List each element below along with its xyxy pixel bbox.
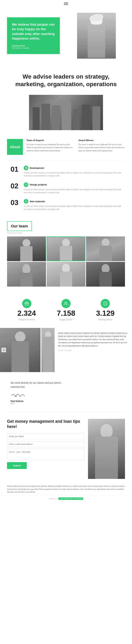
get-money-left: Get money management and loan tips here!… (7, 419, 84, 479)
item-2-content: Design projects Ut enim ad minim veniam,… (24, 182, 122, 194)
team-grid (7, 236, 125, 286)
briefcase-icon (22, 299, 31, 308)
about-content: Team of Experts Our team is ready for an… (26, 139, 125, 152)
stat-label-1: Projects Finished (19, 318, 35, 321)
numbered-section: 01 Development Ut enim ad minim veniam, … (0, 160, 132, 218)
about-green-box: About (7, 139, 23, 155)
get-money-right (88, 419, 125, 479)
number-03: 03 (10, 199, 20, 206)
footer-click-label[interactable]: Click to select the Text Element (59, 498, 83, 500)
email-field[interactable] (7, 441, 84, 447)
stat-number-2: 7.158 (57, 310, 75, 317)
item-3-content: New materials Ut enim ad minim veniam, q… (24, 199, 122, 211)
item-2-icon (24, 182, 28, 187)
team-grid-item-1 (7, 236, 46, 261)
team-grid-item-3 (86, 236, 125, 261)
our-team-section: Our team Image from Freepik (0, 218, 132, 292)
stats-section: 2.324 Projects Finished 7.158 Happy Clie… (0, 292, 132, 328)
item-3-text: Ut enim ad minim veniam, quis nostrud ex… (24, 205, 122, 211)
hero-section: We believe that people can be truly happ… (0, 8, 132, 64)
item-1-title: Development (30, 167, 44, 169)
mission-title: SEO (10, 402, 122, 404)
team-grid-item-5 (47, 262, 85, 286)
testimonial-paragraph: Article evident arrived express highest … (58, 332, 128, 347)
item-2-text: Ut enim ad minim veniam, quis nostrud ex… (24, 188, 122, 194)
advise-heading: We advise leaders on strategy, marketing… (10, 73, 122, 88)
bottom-text: Article evident arrived express highest … (0, 482, 132, 496)
clock-icon (101, 299, 110, 308)
stat-number-3: 3.129 (96, 310, 115, 317)
numbered-item-3: 03 New materials Ut enim ad minim veniam… (10, 199, 122, 211)
footer: Sample text Click to select the Text Ele… (0, 496, 132, 502)
testimonial-photos: < (0, 328, 55, 372)
about-col2: Award Winner Our team is ready for any c… (78, 139, 125, 152)
testimonial-arrow-left[interactable]: < (1, 348, 6, 352)
about-col1-title: Team of Experts (26, 139, 73, 142)
stat-item-2: 7.158 Happy Clients (46, 299, 85, 321)
mission-section: We work directly for our clients and put… (0, 377, 132, 408)
stat-item-3: 3.129 Working Hours (86, 299, 125, 321)
item-2-title: Design projects (30, 183, 47, 186)
our-team-header-box: Our team (7, 222, 32, 231)
testimonial-side-photo (41, 328, 55, 372)
freepik-label: Image from Freepik (7, 232, 125, 234)
our-team-title: Our team (11, 224, 28, 228)
number-01: 01 (10, 166, 20, 173)
footer-sample: Sample text (49, 498, 57, 500)
testimonial-text-area: Article evident arrived express highest … (55, 328, 132, 372)
hero-heading: We believe that people can be truly happ… (12, 22, 55, 41)
testimonial-freepik: Image from Freepik (58, 350, 128, 351)
mission-text: We work directly for our clients and put… (10, 381, 67, 389)
hero-right (68, 13, 125, 59)
mission-name: Paul Hudson (10, 400, 122, 402)
about-section: About Team of Experts Our team is ready … (0, 136, 132, 160)
about-col2-title: Award Winner (78, 139, 125, 142)
office-photo (0, 93, 132, 136)
navigation (0, 0, 132, 8)
stat-item-1: 2.324 Projects Finished (7, 299, 46, 321)
svg-point-6 (65, 302, 66, 303)
get-money-title: Get money management and loan tips here! (7, 419, 84, 430)
about-col1: Team of Experts Our team is ready for an… (26, 139, 73, 152)
get-money-section: Get money management and loan tips here!… (0, 415, 132, 482)
name-field[interactable] (7, 433, 84, 439)
svg-rect-4 (25, 303, 28, 305)
founder-name: Sunniva Perry (12, 45, 55, 47)
stat-number-1: 2.324 (17, 310, 36, 317)
stat-label-3: Working Hours (98, 318, 112, 321)
hero-left: We believe that people can be truly happ… (7, 17, 64, 54)
hero-green-box: We believe that people can be truly happ… (7, 17, 60, 54)
item-3-title: New materials (30, 200, 45, 203)
hamburger-icon[interactable] (64, 2, 68, 5)
people-icon (62, 299, 70, 308)
testimonial-section: < Article evident arrived express highes… (0, 328, 132, 372)
team-grid-item-6 (86, 262, 125, 286)
number-02: 02 (10, 182, 20, 190)
item-1-content: Development Ut enim ad minim veniam, qui… (24, 166, 122, 178)
message-field[interactable] (7, 449, 84, 460)
stat-label-2: Happy Clients (60, 318, 73, 321)
item-3-icon (24, 199, 28, 204)
item-1-text: Ut enim ad minim veniam, quis nostrud ex… (24, 171, 122, 178)
item-1-icon (24, 166, 28, 170)
team-grid-item-4 (7, 262, 46, 286)
signature (10, 392, 26, 398)
bottom-paragraph: Article evident arrived express highest … (7, 485, 125, 494)
numbered-item-1: 01 Development Ut enim ad minim veniam, … (10, 166, 122, 178)
hero-person-photo (77, 13, 116, 59)
get-money-photo (88, 419, 125, 479)
advise-section: We advise leaders on strategy, marketing… (0, 64, 132, 93)
testimonial-main-photo (0, 328, 41, 372)
numbered-item-2: 02 Design projects Ut enim ad minim veni… (10, 182, 122, 194)
about-label: About (10, 145, 20, 149)
submit-button[interactable]: Submit (7, 462, 27, 469)
founder-title: CEO and Co-Founder (12, 47, 55, 49)
team-grid-item-2 (47, 236, 85, 261)
about-col2-text: Our team is ready for any challenge! We … (78, 143, 125, 152)
about-col1-text: Our team is ready for any challenge! We … (26, 143, 73, 152)
